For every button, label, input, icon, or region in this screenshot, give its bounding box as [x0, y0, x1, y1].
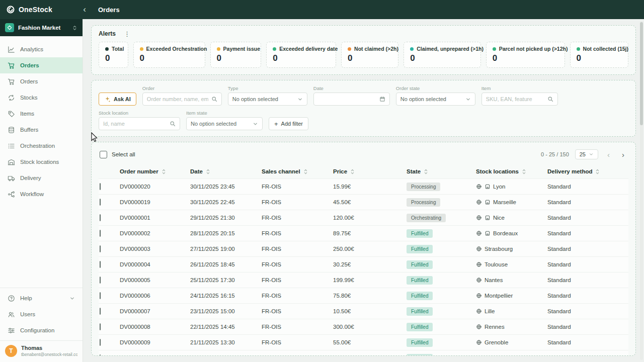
filter-type: Type No option selected [228, 85, 307, 106]
table-row[interactable]: DV000001930/11/2025 22:45FR-OIS45.50€Pro… [99, 195, 628, 210]
state-badge: Processing [407, 183, 440, 191]
row-checkbox[interactable] [100, 354, 101, 356]
order-price: 45.50€ [333, 199, 351, 205]
table-row[interactable]: DV000000426/11/2025 18:45FR-OIS30.25€Ful… [99, 257, 628, 273]
table-row[interactable]: DV000000228/11/2025 20:15FR-OIS89.75€Ful… [99, 226, 628, 241]
table-row[interactable]: DV000002030/11/2025 23:45FR-OIS15.99€Pro… [99, 179, 628, 195]
sidebar-item-users[interactable]: Users [0, 306, 83, 322]
sliders-icon [8, 327, 15, 334]
order-number[interactable]: DV0000020 [120, 184, 150, 190]
sidebar-item-orders-2[interactable]: Orders [0, 73, 83, 89]
sidebar-item-items-4[interactable]: Items [0, 106, 83, 122]
item-state-select[interactable]: No option selected [186, 117, 263, 130]
calendar-icon[interactable] [379, 96, 385, 102]
order-number[interactable]: DV0000001 [120, 215, 150, 221]
order-search-input[interactable] [147, 96, 208, 102]
row-checkbox[interactable] [100, 261, 101, 268]
pagination-next-button[interactable]: › [619, 151, 627, 158]
table-row[interactable]: DV000000822/11/2025 14:45FR-OIS300.00€Fu… [99, 319, 628, 335]
status-dot [217, 47, 220, 51]
order-number[interactable]: DV0000008 [120, 324, 150, 330]
row-checkbox[interactable] [100, 245, 101, 252]
stock-location: Montpellier [485, 293, 513, 299]
alert-card-not-claimed-2h[interactable]: Not claimed (>2h)0 [341, 42, 398, 68]
alert-card-payment-issue[interactable]: Payment issue0 [210, 42, 262, 68]
table-row[interactable]: DV000000525/11/2025 17:30FR-OIS199.99€Fu… [99, 273, 628, 288]
sidebar-item-stock-locations-7[interactable]: Stock locations [0, 154, 83, 170]
user-profile[interactable]: T Thomas tbenabent@onestock-retail.com [0, 340, 83, 362]
sidebar-item-orders-1[interactable]: Orders [0, 57, 83, 73]
vertical-scrollbar[interactable] [640, 21, 643, 360]
row-checkbox[interactable] [100, 183, 101, 190]
order-number[interactable]: DV0000004 [120, 261, 150, 267]
row-checkbox[interactable] [100, 323, 101, 330]
order-price: 30.25€ [333, 261, 351, 267]
sort-icon[interactable] [162, 169, 166, 174]
order-state-select[interactable]: No option selected [396, 93, 475, 106]
alert-card-exceeded-orchestration[interactable]: Exceeded Orchestration0 [133, 42, 205, 68]
order-date: 28/11/2025 20:15 [190, 230, 235, 236]
row-checkbox[interactable] [100, 339, 101, 346]
table-row[interactable]: DV000000327/11/2025 19:00FR-OIS250.00€Fu… [99, 241, 628, 257]
select-all-checkbox[interactable] [100, 151, 107, 158]
row-checkbox[interactable] [100, 308, 101, 315]
order-number[interactable]: DV0000019 [120, 199, 150, 205]
alert-card-exceeded-delivery-date[interactable]: Exceeded delivery date0 [266, 42, 336, 68]
order-number[interactable]: DV0000007 [120, 308, 150, 314]
globe-icon [476, 355, 482, 356]
workspace-selector[interactable]: Fashion Market [0, 19, 83, 36]
sidebar-item-stocks-3[interactable]: Stocks [0, 89, 83, 106]
table-row[interactable]: DV000000921/11/2025 13:30FR-OIS55.00€Ful… [99, 335, 628, 350]
page-size-select[interactable]: 25 [575, 149, 598, 159]
ask-ai-button[interactable]: Ask AI [99, 93, 136, 106]
alert-label: Claimed, unprepared (>1h) [417, 46, 484, 52]
order-price: 120.00€ [333, 215, 354, 221]
row-checkbox[interactable] [100, 199, 101, 206]
order-number[interactable]: DV0000003 [120, 246, 150, 252]
sidebar-item-buffers-5[interactable]: Buffers [0, 122, 83, 138]
table-row[interactable]: DV000000129/11/2025 21:30FR-OIS120.00€Or… [99, 210, 628, 226]
filter-order-label: Order [142, 85, 222, 91]
sidebar-item-delivery-8[interactable]: Delivery [0, 170, 83, 186]
user-name: Thomas [21, 345, 77, 351]
table-row[interactable]: DV000000723/11/2025 15:00FR-OIS10.50€Ful… [99, 304, 628, 319]
select-all[interactable]: Select all [100, 151, 135, 158]
pagination-prev-button[interactable]: ‹ [604, 151, 613, 158]
alert-card-parcel-not-picked-up-12h[interactable]: Parcel not picked up (>12h)0 [486, 42, 565, 68]
sort-icon[interactable] [424, 169, 428, 174]
type-select[interactable]: No option selected [228, 93, 307, 106]
sidebar-item-analytics-0[interactable]: Analytics [0, 41, 83, 57]
scrollbar-thumb[interactable] [640, 22, 643, 125]
order-number[interactable]: DV0000010 [120, 355, 150, 356]
sidebar-item-orchestration-6[interactable]: Orchestration [0, 138, 83, 154]
sort-icon[interactable] [350, 169, 355, 174]
date-input[interactable] [318, 96, 376, 102]
alert-card-total[interactable]: Total0 [99, 42, 128, 68]
row-checkbox[interactable] [100, 214, 101, 221]
table-row[interactable]: DV000000624/11/2025 16:15FR-OIS75.80€Ful… [99, 288, 628, 304]
stock-location-search-input[interactable] [103, 121, 167, 127]
row-checkbox[interactable] [100, 277, 101, 284]
order-number[interactable]: DV0000006 [120, 293, 150, 299]
collapse-sidebar-button[interactable]: ‹ [78, 3, 91, 16]
sort-icon[interactable] [522, 169, 526, 174]
sidebar-item-help[interactable]: Help [0, 290, 83, 306]
item-search-input[interactable] [486, 96, 544, 102]
stock-location: Bordeaux [493, 230, 518, 236]
warehouse-icon [8, 158, 15, 166]
sort-icon[interactable] [206, 169, 210, 174]
order-number[interactable]: DV0000002 [120, 230, 150, 236]
row-checkbox[interactable] [100, 230, 101, 237]
sidebar-item-workflow-9[interactable]: Workflow [0, 186, 83, 202]
sort-icon[interactable] [303, 169, 308, 174]
add-filter-button[interactable]: + Add filter [269, 117, 308, 130]
sidebar-item-configuration[interactable]: Configuration [0, 322, 83, 338]
table-row[interactable]: DV000001020/11/2025 12:15FR-OIS120.50€Fu… [99, 350, 628, 356]
alert-card-not-collected-15j[interactable]: Not collected (15j)0 [570, 42, 628, 68]
alerts-menu-icon[interactable]: ⋮ [122, 31, 132, 37]
sort-icon[interactable] [595, 169, 600, 174]
order-number[interactable]: DV0000005 [120, 277, 150, 283]
alert-card-claimed-unprepared-1h[interactable]: Claimed, unprepared (>1h)0 [404, 42, 480, 68]
row-checkbox[interactable] [100, 292, 101, 299]
order-number[interactable]: DV0000009 [120, 339, 150, 345]
